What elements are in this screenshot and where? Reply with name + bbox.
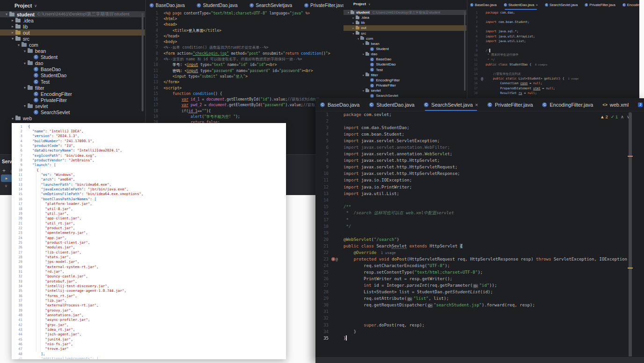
code-line[interactable]: 17 * (315, 217, 644, 223)
line-number[interactable]: 31 (12, 269, 28, 274)
code-line[interactable]: 12 <input type="submit" value="登入"> (146, 73, 343, 79)
tree-item-Test[interactable]: CTest (343, 67, 466, 73)
code-line[interactable]: 1<%@ page contentType="text/html;charset… (146, 10, 343, 16)
line-number[interactable]: 8 (12, 158, 28, 162)
close-icon[interactable]: × (475, 102, 478, 108)
code-line[interactable]: 4 "buildNumber": "241.17890.1", (12, 138, 286, 143)
line-number[interactable]: 4 (315, 132, 331, 137)
chevron-down-icon[interactable]: ▾ (4, 12, 9, 16)
code-line[interactable]: 1package com.dao; (467, 10, 639, 15)
tree-item-sevlet[interactable]: ▾sevlet (0, 103, 145, 109)
line-number[interactable]: 3 (12, 134, 28, 138)
line-number[interactable]: 6 (467, 35, 481, 38)
tree-item-StudentDao[interactable]: CStudentDao (0, 73, 145, 79)
tab-StudentDao.java[interactable]: CStudentDao.java (369, 98, 415, 111)
tree-item-BaseDao[interactable]: CBaseDao (0, 66, 145, 73)
line-number[interactable]: 16 (315, 211, 331, 216)
code-line[interactable]: 43 "idea_rt.jar", (12, 327, 286, 332)
line-number[interactable]: 27 (315, 283, 331, 288)
tree-item-com[interactable]: ▾com (343, 36, 466, 41)
code-line[interactable]: 31 (315, 308, 644, 315)
line-number[interactable]: 7 (467, 39, 481, 43)
chevron-down-icon[interactable]: ∨ (368, 2, 370, 6)
tab-StudentDao.java[interactable]: CStudentDao.java× (504, 0, 538, 10)
line-number[interactable]: 5 (315, 138, 331, 143)
tab-PrivateFilter.java[interactable]: CPrivateFilter.java (304, 0, 343, 10)
line-number[interactable]: 43 (12, 327, 28, 332)
code-line[interactable]: 14 (315, 197, 644, 203)
code-line[interactable]: 33 super.doPost(req, resp); (315, 322, 644, 328)
code-line[interactable]: 24 "app.jar", (12, 235, 286, 240)
line-number[interactable]: 20 (12, 216, 28, 220)
line-number[interactable]: 1 (467, 11, 481, 15)
code-line[interactable]: 19 "util.jar", (12, 211, 286, 216)
annotation-gutter-icon[interactable]: @ (336, 257, 338, 261)
chevron-right-icon[interactable]: ▸ (351, 16, 356, 19)
tab-SearchSevlet.java[interactable]: CSearchSevlet.java× (424, 98, 478, 111)
line-number[interactable]: 4 (146, 29, 164, 33)
line-number[interactable]: 10 (12, 168, 28, 172)
code-line[interactable]: 19 alert("学号不能为空! "); (146, 114, 343, 119)
code-line[interactable]: 20 "app-client.jar", (12, 216, 286, 221)
line-number[interactable]: 44 (12, 332, 28, 336)
line-number[interactable]: 18 (315, 224, 331, 229)
code-line[interactable]: 41 "async-profiler.jar", (12, 318, 286, 322)
line-number[interactable]: 2 (315, 119, 331, 123)
code-line[interactable]: 22 @Override 1 usage (315, 249, 644, 256)
run-config-item[interactable]: ▸ (1, 174, 12, 182)
code-line[interactable]: 27 "lib-client.jar", (12, 250, 286, 254)
line-number[interactable]: 33 (315, 323, 331, 327)
code-line[interactable]: 11 * */ (467, 58, 639, 62)
line-number[interactable]: 11 (12, 173, 28, 177)
line-number[interactable]: 2 (467, 15, 481, 19)
code-line[interactable]: 16 Connection conn = null; (467, 81, 639, 86)
code-line[interactable]: 29 req.setAttribute("list", list); (315, 295, 644, 302)
tree-item-com[interactable]: ▾com (0, 42, 145, 48)
line-number[interactable]: 25 (315, 270, 331, 275)
code-editor[interactable]: 1package com.sevlet;23import com.dao.Stu… (315, 111, 644, 357)
code-line[interactable]: 22 "product.jar", (12, 225, 286, 230)
code-line[interactable]: 13import java.util.List; (315, 190, 644, 197)
line-number[interactable]: 15 (315, 204, 331, 209)
line-number[interactable]: 26 (315, 276, 331, 281)
chevron-down-icon[interactable]: ▾ (361, 42, 365, 45)
code-line[interactable]: 32 (315, 315, 644, 321)
line-number[interactable]: 33 (12, 279, 28, 283)
code-line[interactable]: 16 "bootClassPathJarNames": [ (12, 196, 286, 201)
code-line[interactable]: 39 "groovy.jar", (12, 308, 286, 312)
line-number[interactable]: 13 (467, 67, 481, 71)
code-line[interactable]: 45 "junit4.jar", (12, 337, 286, 341)
code-line[interactable]: 12public class StudentDao { 8 usages (467, 62, 639, 67)
code-line[interactable]: 12import java.io.PrintWriter; (315, 184, 644, 190)
tree-item-student[interactable]: ▾studentC:\Users\24461\Desktop\第三学期项目\st… (0, 11, 145, 17)
line-number[interactable]: 48 (12, 352, 28, 356)
code-line[interactable]: 2 (315, 118, 644, 124)
code-line[interactable]: 11 密码: <input type="password" name="pass… (146, 68, 343, 73)
line-number[interactable]: 13 (315, 191, 331, 196)
code-line[interactable]: 19 (315, 230, 644, 236)
scrollbar-warning-mark[interactable] (628, 268, 633, 269)
tree-item-dao[interactable]: ▾dao (0, 60, 145, 66)
code-line[interactable]: 8<form action="checkLogin.jsp" method="p… (146, 51, 343, 56)
code-line[interactable]: 9import javax.servlet.http.HttpServletRe… (315, 164, 644, 170)
line-number[interactable]: 9 (146, 57, 164, 61)
code-line[interactable]: 35} (315, 335, 644, 341)
line-number[interactable]: 28 (12, 255, 28, 259)
line-number[interactable]: 28 (315, 290, 331, 294)
code-line[interactable]: 17 PreparedStatement stmt = null; (467, 86, 639, 91)
overriding-method-icon[interactable]: ↑ (331, 257, 335, 261)
code-line[interactable]: 16 * /search 这样写也可以在 web.xml中配置servlet (315, 210, 644, 217)
line-number[interactable]: 11 (146, 69, 164, 73)
code-line[interactable]: 23 "opentelemetry.jar", (12, 231, 286, 235)
code-line[interactable]: 5import javax.servlet.ServletException; (315, 138, 644, 144)
tree-item-.idea[interactable]: ▸.idea (0, 17, 145, 23)
tree-item-EncodingFilter[interactable]: CEncodingFilter (0, 91, 145, 97)
chevron-down-icon[interactable]: ▾ (361, 89, 365, 92)
tab-PrivateFilter.java[interactable]: CPrivateFilter.java (585, 0, 615, 10)
code-line[interactable]: 29 "jps-model.jar", (12, 260, 286, 264)
line-number[interactable]: 12 (467, 63, 481, 66)
line-number[interactable]: 30 (12, 265, 28, 269)
line-number[interactable]: 14 (467, 72, 481, 76)
line-number[interactable]: 25 (12, 240, 28, 245)
code-line[interactable]: 2 "name": "IntelliJ IDEA", (12, 129, 286, 133)
